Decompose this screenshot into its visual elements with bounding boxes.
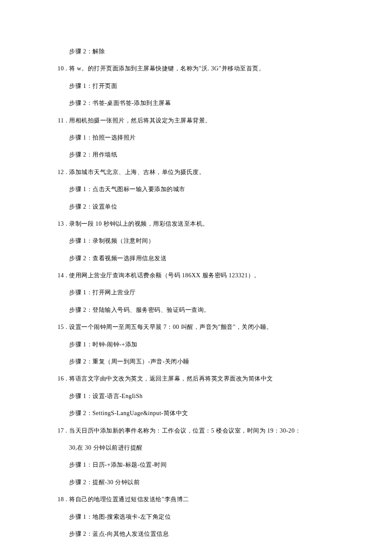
numbered-item: 16 .将语言文字由中文改为英文，返回主屏幕，然后再将英文界面改为简体中文 [55,374,337,384]
item-text: 录制一段 10 秒钟以上的视频，用彩信发送至本机。 [69,219,337,229]
step-line: 步骤 1：拍照一选择照片 [55,133,337,142]
numbered-item: 15 .设置一个闹钟周一至周五每天早晨 7：00 叫醒，声音为"颤音"，关闭小睡… [55,323,337,332]
item-number: 12 . [55,168,69,177]
item-text: 将 w。的打开页面添加到主屏幕快捷键，名称为"沃. 3G"并移动至首页。 [69,64,337,73]
item-text: 使用网上营业厅查询本机话费余额（号码 186XX 服务密码 123321）。 [69,271,337,280]
item-text: 将自己的地理位置通过短信发送给"李燕博二 [69,495,337,504]
document-page: 步骤 2：解除10 .将 w。的打开页面添加到主屏幕快捷键，名称为"沃. 3G"… [0,0,392,555]
step-line: 步骤 1：录制视频（注意时间） [55,236,337,246]
step-line: 步骤 1：时钟-闹钟-+添加 [55,340,337,349]
item-text: 添加城市天气北京、上海、吉林，单位为摄氏度。 [69,168,337,177]
step-line: 步骤 2：蓝点-向其他人发送位置信息 [55,529,337,539]
step-line: 步骤 1：设置-语言-EngIiSh [55,392,337,401]
numbered-item: 11 .用相机拍摄一张照片，然后将其设定为主屏幕背景。 [55,116,337,125]
step-line: 步骤 2：书签-桌面书签-添加到主屏幕 [55,99,337,108]
item-text: 设置一个闹钟周一至周五每天早晨 7：00 叫醒，声音为"颤音"，关闭小睡。 [69,323,337,332]
step-line: 步骤 2：查看视频一选择用信息发送 [55,254,337,263]
numbered-item: 14 .使用网上营业厅查询本机话费余额（号码 186XX 服务密码 123321… [55,271,337,280]
numbered-item: 13 .录制一段 10 秒钟以上的视频，用彩信发送至本机。 [55,219,337,229]
step-line: 步骤 2：解除 [55,47,337,56]
item-text: 将语言文字由中文改为英文，返回主屏幕，然后再将英文界面改为简体中文 [69,374,337,384]
step-line: 步骤 1：打开页面 [55,81,337,91]
numbered-item: 12 .添加城市天气北京、上海、吉林，单位为摄氏度。 [55,168,337,177]
step-line: 步骤 1：地图-搜索选项卡-左下角定位 [55,512,337,522]
step-line: 步骤 1：点击天气图标一输入要添加的城市 [55,185,337,194]
step-line: 步骤 2：提醒-30 分钟以前 [55,478,337,487]
item-continuation: 30,在 30 分钟以前进行提醒 [55,443,337,453]
item-number: 16 . [55,374,69,384]
item-number: 14 . [55,271,69,280]
numbered-item: 10 .将 w。的打开页面添加到主屏幕快捷键，名称为"沃. 3G"并移动至首页。 [55,64,337,73]
item-number: 18 . [55,495,69,504]
item-text: 用相机拍摄一张照片，然后将其设定为主屏幕背景。 [69,116,337,125]
numbered-item: 18 .将自己的地理位置通过短信发送给"李燕博二 [55,495,337,504]
step-line: 步骤 2：用作墙纸 [55,150,337,160]
step-line: 步骤 2：登陆输入号码、服务密码、验证码一查询。 [55,305,337,315]
step-line: 步骤 2：设置单位 [55,202,337,212]
item-number: 17 . [55,426,69,436]
step-line: 步骤 2：SettingS-LangUage&input-简体中文 [55,409,337,418]
numbered-item: 17 .当天日历中添加新的事件名称为：工作会议，位置：5 楼会议室，时间为 19… [55,426,337,436]
step-line: 步骤 1：日历-+添加-标题-位置-时间 [55,460,337,470]
step-line: 步骤 2：重复（周一到周五）-声音-关闭小睡 [55,357,337,366]
item-number: 11 . [55,116,69,125]
item-text: 当天日历中添加新的事件名称为：工作会议，位置：5 楼会议室，时间为 19：30-… [69,426,337,436]
item-number: 10 . [55,64,69,73]
item-number: 15 . [55,323,69,332]
step-line: 步骤 1：打开网上营业厅 [55,288,337,297]
item-number: 13 . [55,219,69,229]
